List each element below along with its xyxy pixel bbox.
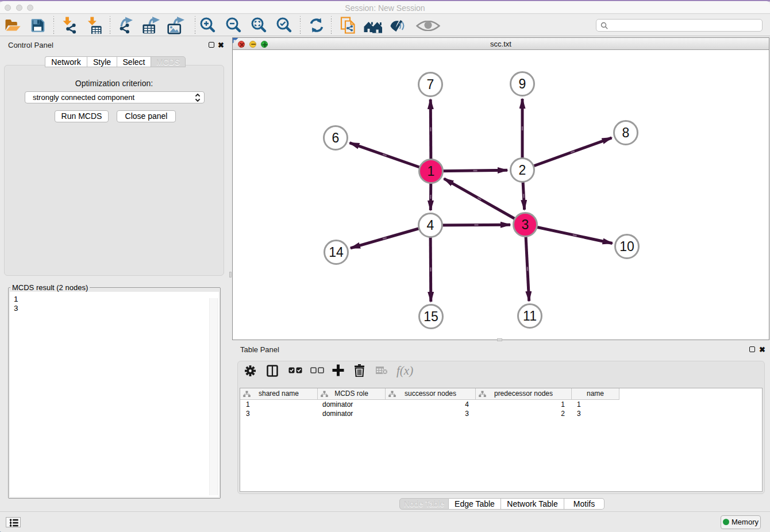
svg-text:11: 11 <box>523 309 537 323</box>
svg-text:9: 9 <box>519 76 526 91</box>
svg-text:10: 10 <box>619 239 634 254</box>
svg-text:4: 4 <box>427 218 434 233</box>
svg-text:15: 15 <box>424 309 438 324</box>
svg-text:2: 2 <box>519 163 526 178</box>
svg-text:7: 7 <box>427 77 434 92</box>
svg-text:1: 1 <box>428 164 435 179</box>
svg-text:3: 3 <box>522 217 529 232</box>
svg-text:6: 6 <box>332 130 340 145</box>
svg-text:14: 14 <box>329 245 344 260</box>
svg-text:8: 8 <box>622 125 630 140</box>
